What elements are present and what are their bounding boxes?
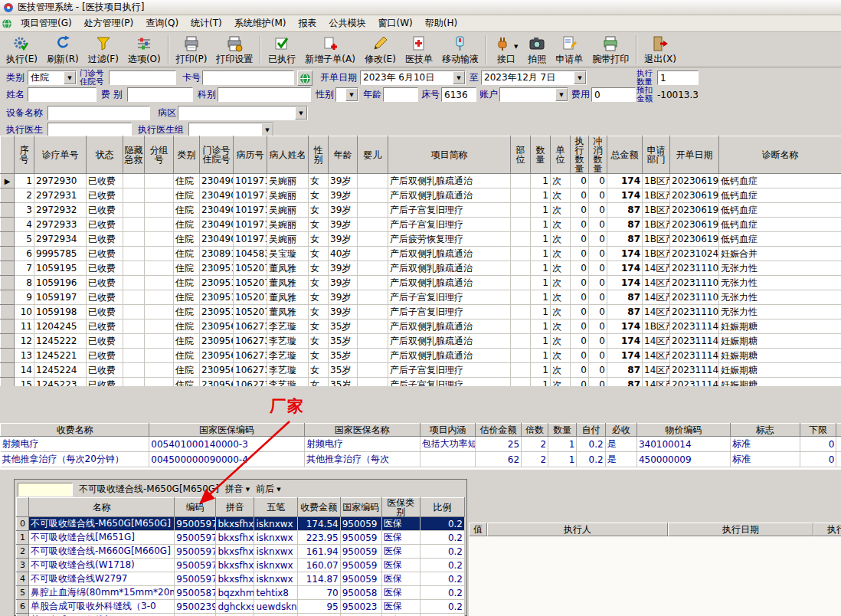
refresh-button[interactable]: 刷新(R): [42, 34, 83, 67]
card-reader-button[interactable]: [297, 70, 313, 86]
age-input[interactable]: [383, 87, 418, 102]
print-settings-button[interactable]: 打印设置: [211, 34, 257, 67]
column-header[interactable]: 隐藏 急救: [123, 136, 145, 174]
column-header[interactable]: 单位: [551, 136, 571, 174]
chevron-down-icon[interactable]: ▼: [345, 88, 358, 101]
options-button[interactable]: 选项(O): [123, 34, 165, 67]
executor-column-header[interactable]: 执行人: [487, 523, 668, 536]
chevron-down-icon[interactable]: ▼: [555, 88, 568, 101]
column-header[interactable]: 数量: [531, 136, 551, 174]
exit-button[interactable]: 退出(X): [640, 34, 681, 67]
column-header[interactable]: 数量: [548, 424, 577, 437]
column-header[interactable]: [17, 498, 29, 517]
menu-item-public-module[interactable]: 公共模块: [323, 15, 372, 32]
column-header[interactable]: 病人姓名: [267, 136, 309, 174]
modify-button[interactable]: 修改(E): [360, 34, 401, 67]
column-header[interactable]: 五笔: [254, 498, 297, 517]
column-header[interactable]: 标志: [730, 424, 800, 437]
popup-search-input[interactable]: [18, 483, 73, 496]
column-header[interactable]: 物价编码: [636, 424, 730, 437]
menu-item-query[interactable]: 查询(Q): [139, 15, 185, 32]
column-header[interactable]: 比例: [420, 498, 464, 517]
item-row[interactable]: 2不可吸收缝合线-M660G[M660G]9500597bkxsfhxisknx…: [17, 545, 465, 559]
menu-item-statistics[interactable]: 统计(T): [185, 15, 228, 32]
procedure-row[interactable]: 111204245已收费住院230956106273李艺璇女35岁产后双侧乳腺疏…: [1, 319, 841, 334]
menu-item-help[interactable]: 帮助(H): [419, 15, 463, 32]
column-header[interactable]: 诊疗单号: [34, 136, 87, 174]
column-header[interactable]: 总金额: [607, 136, 643, 174]
executed-button[interactable]: 已执行: [263, 34, 300, 67]
fee-type-input[interactable]: [127, 87, 193, 102]
procedure-row[interactable]: 91059197已收费住院230951105207董凤雅女39岁产后子宫复旧理疗…: [1, 290, 841, 305]
procedure-row[interactable]: ▶12972930已收费住院230490101971吴婉丽女39岁产后双侧乳腺疏…: [1, 174, 841, 188]
fee-input[interactable]: [591, 87, 636, 102]
procedure-row[interactable]: 131245221已收费住院230956106273李艺璇女35岁产后双侧乳腺疏…: [1, 349, 841, 363]
column-header[interactable]: 国家医保名称: [304, 424, 420, 437]
menu-item-maintenance[interactable]: 系统维护(M): [228, 15, 293, 32]
procedure-row[interactable]: 42972933已收费住院230490101971吴婉丽女39岁产后子宫复旧理疗…: [1, 218, 841, 232]
chevron-down-icon[interactable]: ▼: [574, 71, 586, 84]
item-row[interactable]: 4不可吸收缝合线W27979500597bkxsfhxisknxwx114.87…: [17, 572, 465, 586]
gender-select[interactable]: ▼: [335, 87, 358, 102]
column-header[interactable]: 国家医保编码: [149, 424, 305, 437]
column-header[interactable]: 冲消 数量: [589, 136, 607, 174]
wristband-print-button[interactable]: 腕带打印: [587, 34, 633, 67]
item-row[interactable]: 6单股合成可吸收外科缝线（3-09500239dghckxsuewdskn959…: [17, 600, 465, 614]
add-suborder-button[interactable]: 新增子单(A): [300, 34, 360, 67]
device-input[interactable]: [47, 106, 150, 120]
column-header[interactable]: 诊断名称: [719, 136, 841, 174]
menu-item-report[interactable]: 报表: [293, 15, 323, 32]
column-header[interactable]: 估价金额: [476, 424, 522, 437]
column-header[interactable]: 上限: [836, 424, 841, 437]
column-header[interactable]: 开单日期: [670, 136, 719, 174]
item-row[interactable]: 7单股合成可吸收线(4-09500239dghckxsuewdskn959500…: [17, 614, 465, 616]
column-header[interactable]: 倍数: [522, 424, 548, 437]
menu-item-window[interactable]: 窗口(W): [372, 15, 419, 32]
interface-button[interactable]: ▼ 接口: [489, 34, 523, 67]
item-row[interactable]: 1不可吸收缝合线[M651G]9500597bkxsfhxisknxwx223.…: [17, 531, 465, 545]
card-no-input[interactable]: [202, 70, 294, 85]
charge-row[interactable]: 其他推拿治疗（每次20分钟）004500000090000-4其他推拿治疗（每次…: [1, 452, 841, 467]
execute-button[interactable]: 执行(E): [2, 34, 42, 67]
order-date-from-select[interactable]: 2023年 6月10日 ▼: [360, 70, 466, 85]
procedure-row[interactable]: 22972931已收费住院230490101971吴婉丽女39岁产后双侧乳腺疏通…: [1, 188, 841, 203]
column-header[interactable]: 申请部门: [643, 136, 670, 174]
item-row[interactable]: 5鼻腔止血海绵(80mm*15mm*20mm9500587bqzxhmtehti…: [17, 586, 465, 600]
procedure-row[interactable]: 81059196已收费住院230951105207董凤雅女39岁产后双侧乳腺疏通…: [1, 276, 841, 290]
visit-no-input[interactable]: [109, 70, 176, 85]
column-header[interactable]: 收费金额: [297, 498, 340, 517]
column-header[interactable]: 收费名称: [1, 424, 149, 437]
column-header[interactable]: 拼音: [216, 498, 254, 517]
column-header[interactable]: [1, 136, 15, 174]
procedure-row[interactable]: 32972932已收费住院230490101971吴婉丽女39岁产后子宫复旧理疗…: [1, 203, 841, 218]
procedure-row[interactable]: 52972934已收费住院230490101971吴婉丽女39岁产后疲劳恢复理疗…: [1, 232, 841, 247]
mdi-child-icon[interactable]: [2, 18, 12, 29]
column-header[interactable]: 执行 数量: [571, 136, 589, 174]
column-header[interactable]: 名称: [29, 498, 175, 517]
chevron-down-icon[interactable]: ▼: [512, 38, 519, 50]
exec-date-column-header[interactable]: 执行日期: [668, 523, 813, 536]
column-header[interactable]: 状态: [87, 136, 123, 174]
column-header[interactable]: 医保类别: [381, 498, 420, 517]
column-header[interactable]: 自付: [577, 424, 605, 437]
order-date-to-select[interactable]: 2023年12月 7日 ▼: [481, 70, 587, 85]
account-select[interactable]: ▼: [499, 87, 568, 102]
column-header[interactable]: 性别: [309, 136, 329, 174]
dept-input[interactable]: [218, 87, 311, 102]
column-header[interactable]: 项目内涵: [420, 424, 475, 437]
name-input[interactable]: [28, 87, 97, 102]
column-header[interactable]: 编码: [175, 498, 216, 517]
chevron-down-icon[interactable]: ▼: [295, 106, 307, 120]
item-row[interactable]: 0不可吸收缝合线-M650G[M650G]9500597bkxsfhxisknx…: [17, 517, 465, 531]
column-header[interactable]: 病历号: [234, 136, 267, 174]
camera-button[interactable]: 拍照: [523, 34, 551, 67]
exec-column-header[interactable]: 执行: [813, 523, 841, 536]
column-header[interactable]: 国家编码: [340, 498, 381, 517]
procedure-row[interactable]: 121245222已收费住院230956106273李艺璇女35岁产后双侧乳腺疏…: [1, 334, 841, 349]
exec-qty-input[interactable]: [657, 70, 699, 85]
pinyin-mode-select[interactable]: 拼音 ▼: [225, 483, 250, 496]
column-header[interactable]: 年龄: [329, 136, 358, 174]
match-direction-select[interactable]: 前后 ▼: [256, 483, 280, 496]
request-form-button[interactable]: 申请单: [551, 34, 587, 67]
procedure-row[interactable]: 71059195已收费住院230951105207董凤雅女39岁产后双侧乳腺疏通…: [1, 261, 841, 276]
